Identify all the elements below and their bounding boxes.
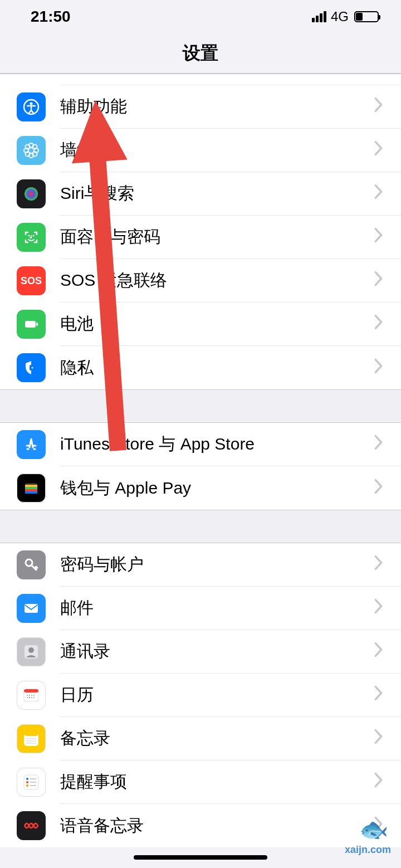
sos-icon: SOS	[17, 266, 46, 295]
row-label: iTunes Store 与 App Store	[60, 433, 370, 456]
chevron-right-icon	[370, 270, 388, 291]
settings-row-mail[interactable]: 邮件	[0, 587, 401, 630]
siri-icon	[17, 179, 46, 208]
watermark: 🐟 xaijn.com	[330, 818, 397, 857]
mail-icon	[17, 594, 46, 623]
chevron-right-icon	[370, 96, 388, 118]
settings-row-faceid[interactable]: 面容ID与密码	[0, 216, 401, 259]
row-label: 钱包与 Apple Pay	[60, 477, 370, 500]
svg-rect-19	[25, 485, 37, 487]
row-label: 备忘录	[60, 727, 370, 750]
svg-point-30	[29, 695, 30, 696]
watermark-text: xaijn.com	[345, 844, 391, 856]
settings-group: iTunes Store 与 App Store钱包与 Apple Pay	[0, 423, 401, 510]
appstore-icon	[17, 430, 46, 459]
chevron-right-icon	[370, 771, 388, 793]
row-label: 电池	[60, 313, 370, 335]
chevron-right-icon	[370, 433, 388, 455]
settings-row-contacts[interactable]: 通讯录	[0, 630, 401, 674]
settings-group: 密码与帐户邮件通讯录日历备忘录提醒事项语音备忘录	[0, 543, 401, 847]
row-label: 语音备忘录	[60, 815, 370, 837]
svg-point-29	[27, 695, 28, 696]
faceid-icon	[17, 223, 46, 252]
settings-row-passwords[interactable]: 密码与帐户	[0, 543, 401, 587]
settings-row-wallpaper[interactable]: 墙纸	[0, 129, 401, 172]
svg-point-31	[31, 695, 32, 696]
signal-icon	[312, 11, 326, 22]
svg-point-36	[33, 697, 35, 698]
chevron-right-icon	[370, 477, 388, 499]
svg-rect-14	[25, 321, 36, 328]
settings-row-battery[interactable]: 电池	[0, 303, 401, 346]
chevron-right-icon	[370, 728, 388, 749]
notes-icon	[17, 724, 46, 753]
battery-icon	[354, 11, 379, 22]
chevron-right-icon	[370, 313, 388, 335]
svg-point-43	[26, 778, 28, 780]
svg-rect-28	[24, 689, 38, 693]
wallpaper-icon	[17, 136, 46, 165]
battery-icon	[17, 310, 46, 339]
svg-point-44	[26, 781, 28, 783]
svg-point-33	[27, 697, 28, 698]
row-label: 辅助功能	[60, 95, 370, 118]
key-icon	[17, 550, 46, 579]
chevron-right-icon	[370, 226, 388, 248]
svg-point-34	[29, 697, 30, 698]
chevron-right-icon	[370, 554, 388, 576]
watermark-logo-icon: 🐟	[359, 816, 388, 843]
settings-row-wallet[interactable]: 钱包与 Apple Pay	[0, 466, 401, 510]
settings-row-sos[interactable]: SOSSOS 紧急联络	[0, 259, 401, 303]
svg-rect-20	[25, 487, 37, 489]
row-label: 提醒事项	[60, 771, 370, 793]
network-label: 4G	[331, 9, 349, 25]
row-label: 日历	[60, 684, 370, 706]
nav-header: 设置	[0, 33, 401, 74]
row-label: 密码与帐户	[60, 553, 370, 576]
calendar-icon	[17, 681, 46, 710]
svg-point-26	[28, 647, 34, 653]
home-indicator	[134, 855, 267, 860]
svg-point-1	[30, 103, 33, 105]
chevron-right-icon	[370, 597, 388, 619]
settings-row-accessibility[interactable]: 辅助功能	[0, 85, 401, 129]
row-label: 邮件	[60, 597, 370, 620]
settings-row-itunes[interactable]: iTunes Store 与 App Store	[0, 423, 401, 466]
group-spacer	[0, 389, 401, 423]
svg-rect-22	[25, 491, 37, 494]
settings-row-privacy[interactable]: 隐私	[0, 346, 401, 389]
row-label: 隐私	[60, 357, 370, 379]
contacts-icon	[17, 637, 46, 666]
settings-row-calendar[interactable]: 日历	[0, 674, 401, 717]
svg-rect-38	[24, 732, 38, 736]
row-label: Siri与搜索	[60, 182, 370, 205]
svg-point-12	[28, 235, 30, 237]
privacy-icon	[17, 353, 46, 382]
svg-point-35	[31, 697, 32, 698]
chevron-right-icon	[370, 684, 388, 706]
svg-rect-15	[36, 323, 38, 326]
svg-rect-24	[25, 604, 38, 613]
settings-group: 辅助功能墙纸Siri与搜索面容ID与密码SOSSOS 紧急联络电池隐私	[0, 85, 401, 389]
group-spacer	[0, 510, 401, 543]
status-bar: 21:50 4G	[0, 0, 401, 33]
svg-point-17	[32, 367, 33, 369]
settings-row-reminders[interactable]: 提醒事项	[0, 760, 401, 804]
status-indicators: 4G	[312, 9, 379, 25]
chevron-right-icon	[370, 357, 388, 379]
voicememos-icon	[17, 811, 46, 840]
page-title: 设置	[183, 41, 218, 66]
svg-point-11	[25, 187, 38, 201]
accessibility-icon	[17, 92, 46, 121]
chevron-right-icon	[370, 183, 388, 204]
settings-row-siri[interactable]: Siri与搜索	[0, 172, 401, 216]
chevron-right-icon	[370, 641, 388, 662]
wallet-icon	[17, 474, 46, 503]
settings-row-notes[interactable]: 备忘录	[0, 717, 401, 760]
row-label: 墙纸	[60, 139, 370, 162]
row-label: 面容ID与密码	[60, 226, 370, 248]
chevron-right-icon	[370, 139, 388, 161]
status-time: 21:50	[31, 8, 71, 26]
svg-point-13	[33, 235, 35, 237]
row-label: 通讯录	[60, 640, 370, 663]
